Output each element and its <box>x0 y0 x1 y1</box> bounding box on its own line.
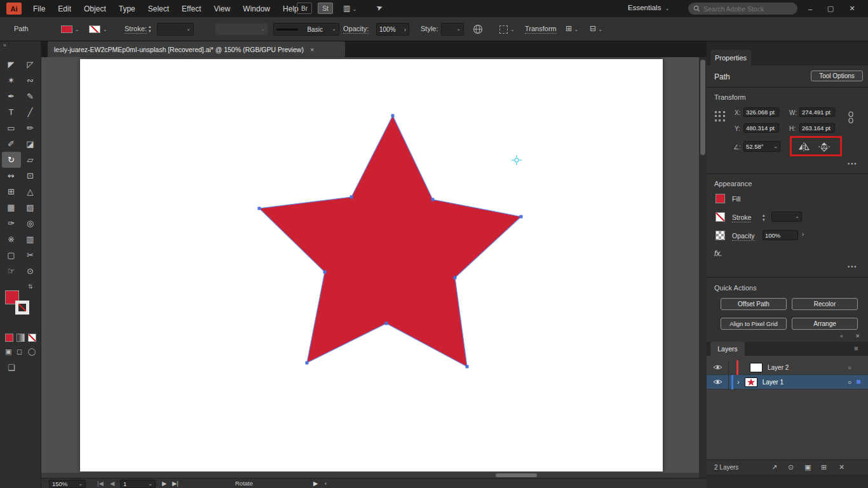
h-value-field[interactable]: 263.164 pt <box>799 123 835 133</box>
horizontal-scroll-thumb[interactable] <box>496 473 537 477</box>
layer1-target-icon[interactable]: ○ <box>848 379 851 386</box>
locate-object-icon[interactable]: ⊙ <box>788 463 794 471</box>
free-transform-tool[interactable]: ⊡ <box>21 168 40 184</box>
layer2-name[interactable]: Layer 2 <box>768 364 848 371</box>
align-options-icon[interactable]: ⊞ ⌄ <box>566 24 578 33</box>
make-clipping-mask-icon[interactable]: ▣ <box>804 463 811 471</box>
opacity-chevron-icon[interactable]: › <box>802 231 804 238</box>
adobe-stock-search-input[interactable] <box>703 5 786 13</box>
document-tab[interactable]: lesly-juarez-EW2cPMEp0mI-unsplash [Recov… <box>48 41 345 57</box>
direct-selection-tool[interactable]: ◸ <box>21 57 40 72</box>
stroke-weight-stepper[interactable]: ▴▾ <box>149 25 151 33</box>
perspective-grid-tool[interactable]: △ <box>21 184 40 200</box>
workspace-switcher[interactable]: Essentials ⌄ <box>628 4 670 11</box>
lasso-tool[interactable]: ∾ <box>21 72 40 88</box>
pathfinder-options-icon[interactable]: ⊟ ⌄ <box>590 24 602 33</box>
gradient-tool[interactable]: ▨ <box>21 200 40 215</box>
bridge-button[interactable]: Br <box>297 3 312 14</box>
layer1-thumbnail[interactable] <box>745 377 757 387</box>
fill-caret-icon[interactable]: ⌄ <box>75 27 79 32</box>
artboard-tool[interactable]: ▢ <box>2 247 21 263</box>
opacity-panel-link[interactable]: Opacity: <box>343 25 369 34</box>
next-artboard-icon[interactable]: ▶ <box>162 480 166 487</box>
appearance-fill-label[interactable]: Fill <box>732 195 740 203</box>
restore-button[interactable]: ▢ <box>821 0 840 17</box>
menu-window[interactable]: Window <box>236 0 276 17</box>
status-menu-icon[interactable]: ▶ <box>313 480 318 487</box>
eraser-tool[interactable]: ◪ <box>21 136 40 152</box>
align-pixel-grid-button[interactable]: Align to Pixel Grid <box>721 318 787 330</box>
width-tool[interactable]: ↭ <box>2 168 21 184</box>
swap-fill-stroke-icon[interactable]: ⇅ <box>28 283 33 290</box>
minimize-button[interactable]: – <box>801 0 820 17</box>
shaper-tool[interactable]: ✐ <box>2 136 21 152</box>
magic-wand-tool[interactable]: ✶ <box>2 72 21 88</box>
horizontal-scrollbar[interactable] <box>41 473 699 478</box>
mesh-tool[interactable]: ▦ <box>2 200 21 215</box>
opacity-value-combo[interactable]: 100% <box>763 230 798 240</box>
canvas[interactable] <box>41 57 699 478</box>
rectangle-tool[interactable]: ▭ <box>2 120 21 136</box>
last-artboard-icon[interactable]: ▶| <box>172 480 179 487</box>
rotate-reference-point-icon[interactable] <box>512 155 522 165</box>
snap-caret-icon[interactable]: ⌄ <box>510 27 515 32</box>
zoom-level-combo[interactable]: 150%⌄ <box>49 480 86 488</box>
column-graph-tool[interactable]: ▥ <box>21 231 40 247</box>
arrange-documents-icon[interactable]: ▥ ⌄ <box>343 4 356 13</box>
previous-artboard-icon[interactable]: ◀ <box>110 480 114 487</box>
reference-point-grid[interactable] <box>715 111 726 122</box>
layer-row-2[interactable]: Layer 2 ○ <box>707 360 868 375</box>
none-mode-button[interactable] <box>28 334 36 342</box>
share-icon[interactable]: ➤ <box>375 3 384 13</box>
hand-tool[interactable]: ☞ <box>2 263 21 279</box>
opacity-swatch-icon[interactable] <box>715 231 725 240</box>
menu-edit[interactable]: Edit <box>51 0 78 17</box>
arrange-button[interactable]: Arrange <box>792 318 858 330</box>
stroke-panel-link[interactable]: Stroke: <box>125 25 147 34</box>
transform-panel-link[interactable]: Transform <box>525 25 557 34</box>
stroke-color-swatch[interactable] <box>89 25 100 33</box>
delete-layer-icon[interactable]: ✕ <box>839 463 844 471</box>
properties-tab[interactable]: Properties <box>710 50 751 65</box>
stroke-indicator[interactable] <box>15 301 29 315</box>
first-artboard-icon[interactable]: |◀ <box>97 480 104 487</box>
color-mode-button[interactable] <box>5 334 13 342</box>
close-button[interactable]: ✕ <box>843 0 862 17</box>
draw-inside-icon[interactable]: ◯ <box>28 348 36 356</box>
menu-object[interactable]: Object <box>78 0 112 17</box>
rotate-tool[interactable]: ↻ <box>2 152 21 168</box>
scale-tool[interactable]: ▱ <box>21 152 40 168</box>
collect-for-export-icon[interactable]: ↗ <box>771 463 777 471</box>
blend-tool[interactable]: ◎ <box>21 215 40 231</box>
transform-more-options-icon[interactable]: ••• <box>848 161 857 167</box>
vertical-scrollbar[interactable] <box>699 57 707 478</box>
fx-button[interactable]: fx. <box>714 249 722 258</box>
opacity-combo[interactable]: 100%› <box>376 23 409 36</box>
layer2-thumbnail[interactable] <box>750 363 763 372</box>
illustrator-logo-icon[interactable]: Ai <box>6 3 22 15</box>
type-tool[interactable]: T <box>2 104 21 120</box>
layers-close-icon[interactable]: ✕ <box>855 333 860 339</box>
layer1-visibility-eye-icon[interactable] <box>713 379 722 385</box>
layer1-name[interactable]: Layer 1 <box>763 379 848 386</box>
status-collapse-icon[interactable]: ‹ <box>325 480 327 487</box>
recolor-button[interactable]: Recolor <box>792 298 858 310</box>
x-value-field[interactable]: 326.068 pt <box>743 107 779 117</box>
stock-button[interactable]: St <box>318 3 333 14</box>
new-layer-icon[interactable]: ⊞ <box>821 463 827 471</box>
fill-color-swatch[interactable] <box>61 25 72 33</box>
appearance-stroke-link[interactable]: Stroke <box>732 214 751 222</box>
w-value-field[interactable]: 274.491 pt <box>799 107 835 117</box>
menu-effect[interactable]: Effect <box>175 0 207 17</box>
layers-collapse-icon[interactable]: « <box>840 333 843 339</box>
brush-definition-combo[interactable]: Basic⌄ <box>273 23 339 36</box>
gradient-mode-button[interactable] <box>17 334 25 342</box>
layer-row-1[interactable]: › Layer 1 ○ <box>707 375 868 390</box>
stroke-weight-combo[interactable]: ⌄ <box>157 23 194 36</box>
layer1-expander-icon[interactable]: › <box>737 378 740 386</box>
zoom-tool[interactable]: ⊙ <box>21 263 40 279</box>
snap-options-icon[interactable] <box>499 25 508 34</box>
document-close-icon[interactable]: × <box>310 46 314 53</box>
appearance-stroke-swatch[interactable] <box>715 212 725 222</box>
menu-type[interactable]: Type <box>112 0 142 17</box>
